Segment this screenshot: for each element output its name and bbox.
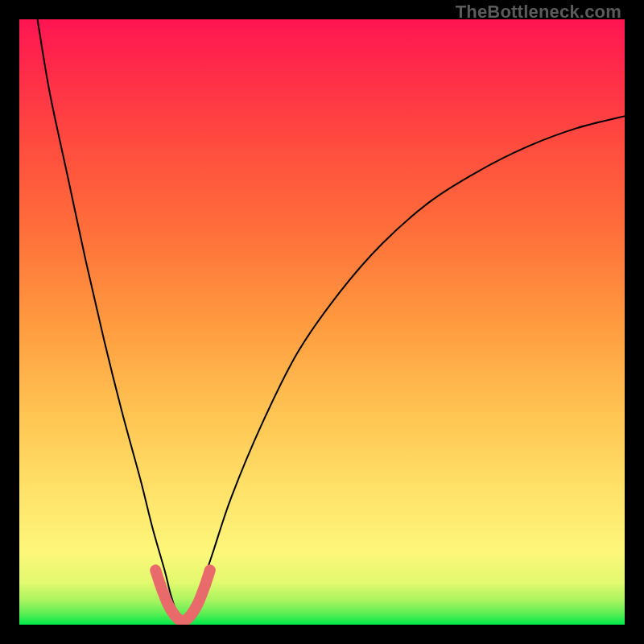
gradient-background — [19, 19, 625, 625]
watermark-label: TheBottleneck.com — [456, 2, 621, 23]
chart-canvas — [19, 19, 625, 625]
chart-frame — [19, 19, 625, 625]
